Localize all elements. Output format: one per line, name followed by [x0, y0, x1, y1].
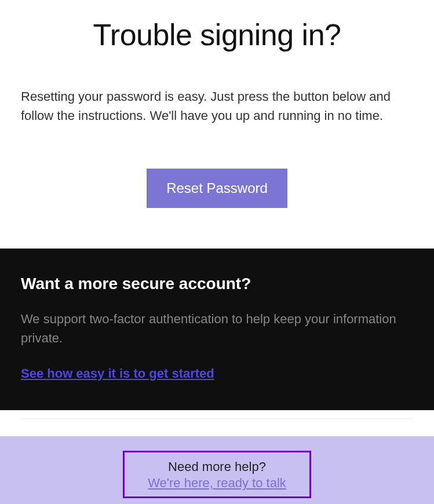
help-contact-link[interactable]: We're here, ready to talk [148, 476, 286, 490]
reset-description: Resetting your password is easy. Just pr… [21, 87, 413, 125]
section-divider [0, 410, 434, 436]
main-content: Trouble signing in? Resetting your passw… [0, 0, 434, 249]
secure-description: We support two-factor authentication to … [21, 309, 413, 348]
help-section: Need more help? We're here, ready to tal… [0, 436, 434, 504]
button-row: Reset Password [21, 169, 413, 208]
secure-get-started-link[interactable]: See how easy it is to get started [21, 366, 214, 381]
page-title: Trouble signing in? [21, 17, 413, 52]
help-title: Need more help? [148, 459, 286, 474]
secure-title: Want a more secure account? [21, 275, 413, 293]
secure-account-section: Want a more secure account? We support t… [0, 249, 434, 410]
reset-password-button[interactable]: Reset Password [147, 169, 287, 208]
help-box: Need more help? We're here, ready to tal… [123, 451, 311, 498]
